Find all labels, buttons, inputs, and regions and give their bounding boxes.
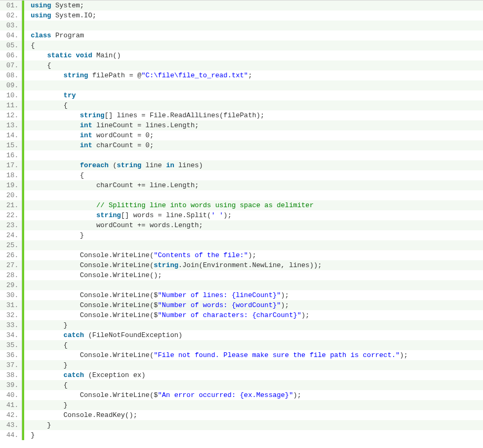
code-line[interactable]: string[] lines = File.ReadAllLines(fileP… [24, 110, 483, 120]
token-plain: Console.WriteLine(); [30, 271, 162, 279]
code-line[interactable]: Console.WriteLine(); [24, 270, 483, 280]
line-number[interactable]: 09. [0, 80, 22, 90]
token-plain: { [30, 341, 67, 349]
line-number[interactable]: 30. [0, 290, 22, 300]
token-plain: ); [281, 291, 289, 299]
code-line[interactable]: { [24, 340, 483, 350]
code-line[interactable]: } [24, 420, 483, 430]
code-line[interactable]: static void Main() [24, 50, 483, 60]
line-number[interactable]: 22. [0, 210, 22, 220]
code-line[interactable]: } [24, 320, 483, 330]
code-line[interactable]: int lineCount = lines.Length; [24, 120, 483, 130]
line-number[interactable]: 36. [0, 350, 22, 360]
line-number[interactable]: 23. [0, 220, 22, 230]
line-number[interactable]: 31. [0, 300, 22, 310]
code-line[interactable]: { [24, 60, 483, 70]
line-number[interactable]: 14. [0, 130, 22, 140]
code-line[interactable]: Console.WriteLine(string.Join(Environmen… [24, 260, 483, 270]
line-number[interactable]: 39. [0, 380, 22, 390]
code-line[interactable]: Console.WriteLine($"Number of lines: {li… [24, 290, 483, 300]
code-line[interactable]: } [24, 400, 483, 410]
line-number[interactable]: 07. [0, 60, 22, 70]
line-number[interactable]: 28. [0, 270, 22, 280]
code-line[interactable]: string[] words = line.Split(' '); [24, 210, 483, 220]
line-number[interactable]: 17. [0, 160, 22, 170]
code-line[interactable]: class Program [24, 30, 483, 40]
code-line[interactable]: { [24, 380, 483, 390]
line-number[interactable]: 10. [0, 90, 22, 100]
token-kw: string [96, 211, 121, 219]
code-line[interactable] [24, 280, 483, 290]
code-line[interactable]: using System; [24, 1, 483, 11]
line-number[interactable]: 33. [0, 320, 22, 330]
token-plain: ); [248, 251, 256, 259]
code-line[interactable]: } [24, 430, 483, 440]
code-line[interactable]: { [24, 170, 483, 180]
code-line[interactable] [24, 240, 483, 250]
line-number[interactable]: 02. [0, 11, 22, 21]
code-line[interactable]: catch (FileNotFoundException) [24, 330, 483, 340]
line-number[interactable]: 35. [0, 340, 22, 350]
line-number[interactable]: 19. [0, 180, 22, 190]
code-line[interactable]: charCount += line.Length; [24, 180, 483, 190]
code-line[interactable] [24, 150, 483, 160]
code-line[interactable] [24, 190, 483, 200]
line-number[interactable]: 25. [0, 240, 22, 250]
line-number[interactable]: 34. [0, 330, 22, 340]
line-number[interactable]: 01. [0, 1, 22, 11]
line-number[interactable]: 03. [0, 21, 22, 30]
code-line[interactable]: int charCount = 0; [24, 140, 483, 150]
code-line[interactable]: Console.WriteLine("File not found. Pleas… [24, 350, 483, 360]
token-kw: int [80, 121, 92, 129]
token-kw: foreach [80, 161, 109, 169]
code-line[interactable] [24, 80, 483, 90]
code-line[interactable]: int wordCount = 0; [24, 130, 483, 140]
line-number[interactable]: 37. [0, 360, 22, 370]
line-number[interactable]: 24. [0, 230, 22, 240]
line-number[interactable]: 13. [0, 120, 22, 130]
code-line[interactable]: Console.WriteLine($"An error occurred: {… [24, 390, 483, 400]
line-number[interactable]: 04. [0, 30, 22, 40]
code-line[interactable]: Console.WriteLine("Contents of the file:… [24, 250, 483, 260]
line-number[interactable]: 27. [0, 260, 22, 270]
code-line[interactable]: Console.WriteLine($"Number of words: {wo… [24, 300, 483, 310]
code-line[interactable]: { [24, 40, 483, 50]
line-number[interactable]: 15. [0, 140, 22, 150]
line-number[interactable]: 42. [0, 410, 22, 420]
line-number[interactable]: 32. [0, 310, 22, 320]
line-number[interactable]: 16. [0, 150, 22, 160]
token-plain: } [30, 421, 51, 429]
code-line[interactable]: } [24, 230, 483, 240]
code-line[interactable]: catch (Exception ex) [24, 370, 483, 380]
code-area[interactable]: using System;using System.IO; class Prog… [24, 1, 483, 440]
code-line[interactable]: using System.IO; [24, 11, 483, 21]
line-number[interactable]: 08. [0, 70, 22, 80]
code-line[interactable]: Console.WriteLine($"Number of characters… [24, 310, 483, 320]
line-number[interactable]: 05. [0, 40, 22, 50]
line-number[interactable]: 44. [0, 430, 22, 440]
token-plain: Console.WriteLine( [30, 351, 153, 359]
code-line[interactable]: try [24, 90, 483, 100]
code-line[interactable]: // Splitting line into words using space… [24, 200, 483, 210]
line-number[interactable]: 29. [0, 280, 22, 290]
line-number[interactable]: 20. [0, 190, 22, 200]
line-number[interactable]: 21. [0, 200, 22, 210]
line-number[interactable]: 41. [0, 400, 22, 410]
code-line[interactable]: Console.ReadKey(); [24, 410, 483, 420]
line-number[interactable]: 06. [0, 50, 22, 60]
code-line[interactable] [24, 21, 483, 30]
token-plain: line [141, 161, 166, 169]
line-number[interactable]: 40. [0, 390, 22, 400]
code-line[interactable]: string filePath = @"C:\file\file_to_read… [24, 70, 483, 80]
code-line[interactable]: { [24, 100, 483, 110]
code-line[interactable]: } [24, 360, 483, 370]
line-number[interactable]: 12. [0, 110, 22, 120]
line-number[interactable]: 43. [0, 420, 22, 430]
line-number[interactable]: 26. [0, 250, 22, 260]
code-line[interactable]: foreach (string line in lines) [24, 160, 483, 170]
line-number[interactable]: 11. [0, 100, 22, 110]
token-plain: wordCount = 0; [92, 131, 153, 139]
line-number[interactable]: 38. [0, 370, 22, 380]
code-line[interactable]: wordCount += words.Length; [24, 220, 483, 230]
line-number[interactable]: 18. [0, 170, 22, 180]
